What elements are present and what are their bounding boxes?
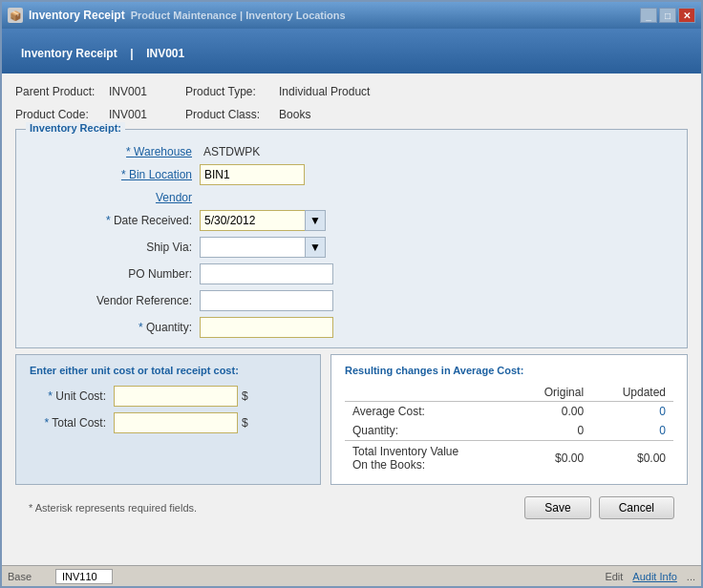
warehouse-value: ASTDWPK <box>200 145 260 158</box>
header-separator: | <box>130 47 133 60</box>
content-area: Parent Product: INV001 Product Type: Ind… <box>2 74 701 565</box>
page-title: Inventory Receipt | INV001 <box>21 40 682 62</box>
po-number-input[interactable] <box>200 263 333 284</box>
unit-cost-label: Unit Cost: <box>30 389 106 403</box>
warehouse-link[interactable]: Warehouse <box>87 145 192 158</box>
avg-col-updated-header: Updated <box>591 384 673 402</box>
total-cost-wrap: $ <box>114 412 248 433</box>
avg-cost-updated: 0 <box>591 402 673 422</box>
cost-entry-box: Enter either unit cost or total receipt … <box>15 354 321 485</box>
total-cost-dollar: $ <box>242 416 248 430</box>
total-inv-original: $0.00 <box>515 441 591 475</box>
product-code-label: Product Code: <box>15 108 101 121</box>
unit-cost-row: Unit Cost: $ <box>30 386 307 407</box>
po-number-row: PO Number: <box>87 263 673 284</box>
status-base-label: Base <box>8 571 46 582</box>
cancel-button[interactable]: Cancel <box>599 496 674 519</box>
date-picker-button[interactable]: ▼ <box>305 210 326 231</box>
status-dots: ... <box>687 571 695 582</box>
avg-col-original-header: Original <box>515 384 591 402</box>
bin-location-input[interactable] <box>200 164 305 185</box>
meta-product-type: Product Type: Individual Product <box>185 85 370 98</box>
avg-col-label-header <box>345 384 515 402</box>
vendor-reference-input[interactable] <box>200 290 333 311</box>
vendor-reference-label: Vendor Reference: <box>87 294 192 307</box>
section-legend: Inventory Receipt: <box>26 122 125 134</box>
po-number-label: PO Number: <box>87 267 192 281</box>
status-code: INV110 <box>55 569 113 584</box>
avg-cost-box: Resulting changes in Average Cost: Origi… <box>330 354 688 485</box>
ship-via-label: Ship Via: <box>87 241 192 254</box>
close-button[interactable]: ✕ <box>678 8 695 23</box>
quantity-input[interactable] <box>200 317 333 338</box>
audit-info-link[interactable]: Audit Info <box>632 571 676 582</box>
main-window: 📦 Inventory Receipt Product Maintenance … <box>0 0 703 588</box>
status-edit: Edit <box>605 571 623 582</box>
parent-product-value: INV001 <box>109 85 147 98</box>
cost-box-title: Enter either unit cost or total receipt … <box>30 365 307 376</box>
avg-cost-table: Original Updated Average Cost: 0.00 0 Qu… <box>345 384 673 474</box>
statusbar: Base INV110 Edit Audit Info ... <box>2 565 701 586</box>
inventory-receipt-section: Inventory Receipt: Warehouse ASTDWPK Bin… <box>15 129 688 348</box>
unit-cost-wrap: $ <box>114 386 248 407</box>
avg-cost-row-label: Average Cost: <box>345 402 515 422</box>
window-title: Inventory Receipt <box>29 9 125 22</box>
window-icon: 📦 <box>8 8 23 23</box>
total-inv-label: Total Inventory ValueOn the Books: <box>345 441 515 475</box>
bin-location-link[interactable]: Bin Location <box>87 168 192 181</box>
quantity-row: Quantity: <box>87 317 673 338</box>
titlebar-left: 📦 Inventory Receipt Product Maintenance … <box>8 8 346 23</box>
unit-cost-input[interactable] <box>114 386 238 407</box>
titlebar: 📦 Inventory Receipt Product Maintenance … <box>2 2 701 29</box>
avg-cost-original: 0.00 <box>515 402 591 422</box>
form-grid: Warehouse ASTDWPK Bin Location Vendor Da… <box>30 145 673 338</box>
date-received-row: Date Received: ▼ <box>87 210 673 231</box>
warehouse-row: Warehouse ASTDWPK <box>87 145 673 158</box>
product-class-label: Product Class: <box>185 108 271 121</box>
unit-cost-dollar: $ <box>242 389 248 403</box>
meta-parent-product: Parent Product: INV001 <box>15 85 147 98</box>
date-received-wrapper: ▼ <box>200 210 326 231</box>
vendor-row: Vendor <box>87 191 673 204</box>
total-cost-row: Total Cost: $ <box>30 412 307 433</box>
quantity-label: Quantity: <box>87 321 192 334</box>
header-record-id: INV001 <box>146 47 184 60</box>
product-class-value: Books <box>279 108 310 121</box>
vendor-reference-row: Vendor Reference: <box>87 290 673 311</box>
window-nav: Product Maintenance | Inventory Location… <box>131 10 346 21</box>
parent-product-label: Parent Product: <box>15 85 101 98</box>
titlebar-controls: _ □ ✕ <box>640 8 695 23</box>
total-cost-label: Total Cost: <box>30 416 106 430</box>
product-type-label: Product Type: <box>185 85 271 98</box>
action-buttons: Save Cancel <box>524 496 674 519</box>
footnote: * Asterisk represents required fields. <box>29 502 197 514</box>
save-button[interactable]: Save <box>524 496 590 519</box>
vendor-link[interactable]: Vendor <box>87 191 192 204</box>
ship-via-row: Ship Via: ▼ <box>87 237 673 258</box>
quantity-updated: 0 <box>591 421 673 441</box>
avg-cost-title: Resulting changes in Average Cost: <box>345 365 673 376</box>
total-cost-input[interactable] <box>114 412 238 433</box>
minimize-button[interactable]: _ <box>640 8 657 23</box>
meta-product-code: Product Code: INV001 <box>15 108 147 121</box>
header: Inventory Receipt | INV001 <box>2 29 701 74</box>
ship-via-input[interactable] <box>200 237 305 258</box>
meta-product-class: Product Class: Books <box>185 108 310 121</box>
bin-location-row: Bin Location <box>87 164 673 185</box>
table-row: Quantity: 0 0 <box>345 421 673 441</box>
meta-row-2: Product Code: INV001 Product Class: Book… <box>15 106 688 123</box>
ship-via-wrapper: ▼ <box>200 237 326 258</box>
quantity-row-label: Quantity: <box>345 421 515 441</box>
product-code-value: INV001 <box>109 108 147 121</box>
total-inv-updated: $0.00 <box>591 441 673 475</box>
footer-bar: * Asterisk represents required fields. S… <box>15 491 688 525</box>
bottom-row: Enter either unit cost or total receipt … <box>15 354 688 485</box>
ship-via-dropdown-button[interactable]: ▼ <box>305 237 326 258</box>
table-row: Average Cost: 0.00 0 <box>345 402 673 422</box>
maximize-button[interactable]: □ <box>659 8 676 23</box>
quantity-original: 0 <box>515 421 591 441</box>
date-received-input[interactable] <box>200 210 305 231</box>
header-title-text: Inventory Receipt <box>21 47 117 60</box>
meta-row-1: Parent Product: INV001 Product Type: Ind… <box>15 83 688 100</box>
product-type-value: Individual Product <box>279 85 370 98</box>
